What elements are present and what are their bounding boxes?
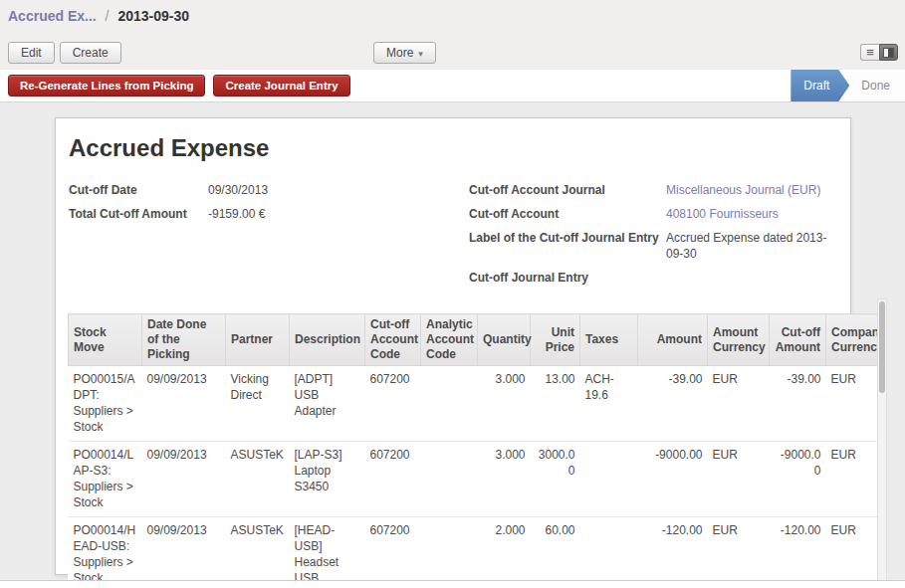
field-cutoff-journal-entry: Cut-off Journal Entry: [469, 270, 839, 286]
table-cell[interactable]: [421, 442, 478, 517]
table-cell[interactable]: ASUSTeK: [226, 517, 290, 588]
table-cell[interactable]: PO00014/HEAD-USB: Suppliers > Stock: [69, 517, 142, 588]
breadcrumb-parent[interactable]: Accrued Ex...: [8, 8, 97, 24]
cutoff-date-value: 09/30/2013: [208, 182, 372, 198]
more-button[interactable]: More▾: [373, 42, 436, 64]
table-cell[interactable]: EUR: [826, 517, 878, 588]
page-title: Accrued Expense: [69, 134, 269, 162]
field-label: Label of the Cut-off Journal Entry: [469, 230, 666, 262]
table-cell[interactable]: -39.00: [638, 366, 708, 442]
table-cell[interactable]: Vicking Direct: [226, 366, 290, 442]
table-scrollbar[interactable]: [877, 298, 887, 588]
table-cell[interactable]: 607200: [365, 442, 421, 517]
form-view-icon: [883, 48, 894, 58]
table-cell[interactable]: [LAP-S3] Laptop S3450: [290, 442, 365, 517]
table-cell[interactable]: EUR: [708, 442, 770, 517]
column-header[interactable]: Company Currency: [826, 314, 878, 366]
table-cell[interactable]: [580, 442, 638, 517]
field-cutoff-account: Cut-off Account 408100 Fournisseurs: [469, 206, 839, 222]
table-cell[interactable]: [HEAD-USB] Headset USB: [290, 517, 365, 588]
breadcrumb: Accrued Ex... / 2013-09-30: [8, 8, 189, 24]
table-cell[interactable]: ASUSTeK: [226, 442, 290, 517]
form-view-button[interactable]: [879, 44, 898, 61]
status-done: Done: [849, 70, 905, 101]
list-view-icon: ≡: [866, 46, 874, 59]
table-cell[interactable]: EUR: [826, 442, 878, 517]
table-cell[interactable]: [580, 517, 638, 588]
column-header[interactable]: Partner: [226, 314, 290, 366]
table-body: PO00015/ADPT: Suppliers > Stock09/09/201…: [69, 366, 878, 588]
table-cell[interactable]: 607200: [365, 517, 421, 588]
table-cell[interactable]: -9000.00: [770, 442, 826, 517]
table-cell[interactable]: PO00014/LAP-S3: Suppliers > Stock: [69, 442, 142, 517]
table-cell[interactable]: EUR: [826, 366, 878, 442]
caret-down-icon: ▾: [418, 49, 423, 59]
table-cell[interactable]: -120.00: [770, 517, 826, 588]
column-header[interactable]: Analytic Account Code: [421, 314, 478, 366]
total-cutoff-amount-value: -9159.00 €: [208, 206, 372, 222]
table-header-row: Stock MoveDate Done of the PickingPartne…: [69, 314, 878, 366]
cutoff-journal-entry-value: [666, 270, 830, 286]
column-header[interactable]: Description: [290, 314, 365, 366]
table-cell[interactable]: EUR: [708, 517, 770, 588]
column-header[interactable]: Date Done of the Picking: [142, 314, 226, 366]
edit-button[interactable]: Edit: [8, 42, 55, 64]
cutoff-account-journal-link[interactable]: Miscellaneous Journal (EUR): [666, 182, 830, 198]
field-group-left: Cut-off Date 09/30/2013 Total Cut-off Am…: [69, 182, 407, 230]
status-draft: Draft: [791, 70, 849, 101]
column-header[interactable]: Quantity: [478, 314, 531, 366]
column-header[interactable]: Taxes: [580, 314, 638, 366]
column-header[interactable]: Cut-off Account Code: [365, 314, 421, 366]
table-cell[interactable]: EUR: [708, 366, 770, 442]
table-cell[interactable]: 3.000: [478, 366, 531, 442]
table-cell[interactable]: PO00015/ADPT: Suppliers > Stock: [69, 366, 142, 442]
table-cell[interactable]: 09/09/2013: [142, 517, 226, 588]
action-bar: Re-Generate Lines from Picking Create Jo…: [0, 70, 905, 102]
create-button[interactable]: Create: [60, 42, 121, 64]
field-label: Total Cut-off Amount: [69, 206, 208, 222]
table-cell[interactable]: [ADPT] USB Adapter: [290, 366, 365, 442]
table-cell[interactable]: ACH-19.6: [580, 366, 638, 442]
table-cell[interactable]: 60.00: [531, 517, 580, 588]
field-cutoff-account-journal: Cut-off Account Journal Miscellaneous Jo…: [469, 182, 839, 198]
journal-entry-label-value: Accrued Expense dated 2013-09-30: [666, 230, 830, 262]
footer-strip: [0, 580, 905, 588]
field-journal-entry-label: Label of the Cut-off Journal Entry Accru…: [469, 230, 839, 262]
field-label: Cut-off Journal Entry: [469, 270, 666, 286]
table-cell[interactable]: [421, 517, 478, 588]
column-header[interactable]: Amount Currency: [708, 314, 770, 366]
field-total-cutoff-amount: Total Cut-off Amount -9159.00 €: [69, 206, 407, 222]
table-row[interactable]: PO00014/HEAD-USB: Suppliers > Stock09/09…: [69, 517, 878, 588]
field-label: Cut-off Account Journal: [469, 182, 666, 198]
column-header[interactable]: Unit Price: [531, 314, 580, 366]
breadcrumb-separator: /: [101, 8, 114, 24]
list-view-button[interactable]: ≡: [860, 44, 879, 61]
breadcrumb-current: 2013-09-30: [117, 8, 189, 24]
table-cell[interactable]: 09/09/2013: [142, 366, 226, 442]
table-cell[interactable]: [421, 366, 478, 442]
table-cell[interactable]: 09/09/2013: [142, 442, 226, 517]
cutoff-account-link[interactable]: 408100 Fournisseurs: [666, 206, 830, 222]
column-header[interactable]: Cut-off Amount: [770, 314, 826, 366]
column-header[interactable]: Stock Move: [69, 314, 142, 366]
regenerate-lines-button[interactable]: Re-Generate Lines from Picking: [8, 75, 205, 97]
view-switcher: ≡: [860, 44, 898, 61]
toolbar: Edit Create: [8, 42, 121, 64]
table-row[interactable]: PO00014/LAP-S3: Suppliers > Stock09/09/2…: [69, 442, 878, 517]
status-bar: Draft Done: [791, 70, 905, 101]
table-row[interactable]: PO00015/ADPT: Suppliers > Stock09/09/201…: [69, 366, 878, 442]
table-cell[interactable]: -9000.00: [638, 442, 708, 517]
table-cell[interactable]: -120.00: [638, 517, 708, 588]
more-button-label: More: [386, 46, 413, 60]
table-cell[interactable]: 3.000: [478, 442, 531, 517]
create-journal-entry-button[interactable]: Create Journal Entry: [213, 75, 349, 97]
table-cell[interactable]: 3000.00: [531, 442, 580, 517]
table-cell[interactable]: -39.00: [770, 366, 826, 442]
top-bar: Accrued Ex... / 2013-09-30 Edit Create M…: [0, 0, 905, 70]
column-header[interactable]: Amount: [638, 314, 708, 366]
field-cutoff-date: Cut-off Date 09/30/2013: [69, 182, 407, 198]
table-cell[interactable]: 607200: [365, 366, 421, 442]
table-cell[interactable]: 2.000: [478, 517, 531, 588]
scrollbar-thumb[interactable]: [879, 301, 885, 393]
table-cell[interactable]: 13.00: [531, 366, 580, 442]
